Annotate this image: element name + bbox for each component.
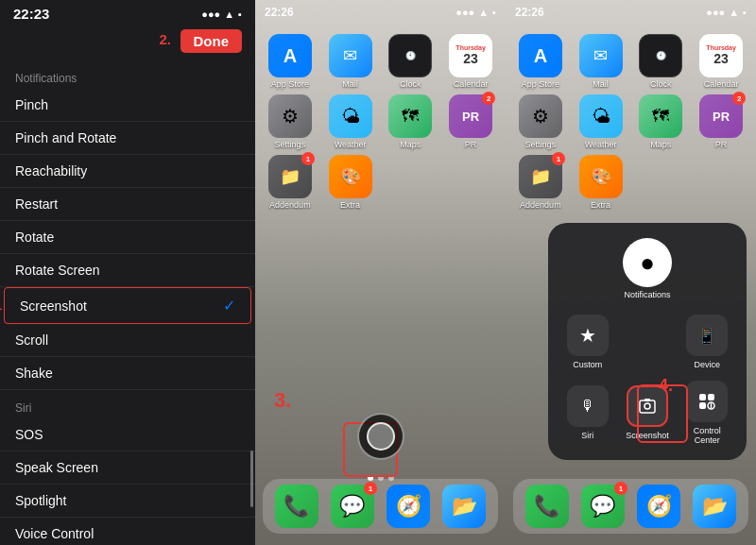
right-messages-badge: 1 <box>614 482 627 495</box>
siri-label: Siri <box>581 431 593 440</box>
right-app-appstore[interactable]: A App Store <box>513 34 568 89</box>
menu-item-pinch-rotate[interactable]: Pinch and Rotate <box>0 122 255 155</box>
step4-label: 4. <box>659 376 673 396</box>
wifi-icon-mid: ▲ <box>478 7 489 18</box>
app-icon-calendar[interactable]: Thursday 23 Calendar <box>443 34 498 89</box>
custom-label: Custom <box>573 360 602 369</box>
right-phone-screen: 22:26 ●●● ▲ ▪ A App Store ✉ Mail <box>506 0 756 545</box>
pr-label: PR <box>465 140 477 149</box>
right-app-clock[interactable]: 🕙 Clock <box>634 34 689 89</box>
addendum-icon: 📁 1 <box>268 155 312 198</box>
addendum-badge: 1 <box>301 152 315 165</box>
weather-label: Weather <box>335 140 367 149</box>
app-icon-mail[interactable]: ✉ Mail <box>323 34 378 89</box>
extra-label: Extra <box>340 200 360 210</box>
menu-item-rotate-screen[interactable]: Rotate Screen <box>0 254 255 287</box>
assistive-touch-button[interactable] <box>357 413 404 460</box>
right-settings-icon: ⚙ <box>519 94 562 138</box>
home-screen-grid: A App Store ✉ Mail 🕙 Clock Thursday <box>255 26 506 217</box>
weather-icon: 🌤 <box>329 94 372 138</box>
right-weather-icon: 🌤 <box>579 94 623 138</box>
menu-item-speak-screen[interactable]: Speak Screen <box>0 451 255 485</box>
at-menu-control-center[interactable]: Control Center <box>683 381 731 445</box>
app-icon-settings[interactable]: ⚙ Settings <box>263 94 318 149</box>
siri-icon: 🎙 <box>567 385 609 427</box>
at-inner-circle <box>367 422 395 451</box>
svg-rect-5 <box>699 402 706 409</box>
device-label: Device <box>695 360 721 369</box>
right-app-calendar[interactable]: Thursday 23 Calendar <box>694 34 748 89</box>
app-icon-clock[interactable]: 🕙 Clock <box>384 34 438 89</box>
at-menu-siri[interactable]: 🎙 Siri <box>563 385 611 440</box>
middle-phone-screen: 22:26 ●●● ▲ ▪ A App Store ✉ Mail <box>255 0 506 545</box>
app-icon-extra[interactable]: 🎨 Extra <box>323 155 378 210</box>
middle-dock: 📞 💬 1 🧭 📂 <box>263 479 498 534</box>
app-icon-appstore[interactable]: A App Store <box>263 34 318 89</box>
messages-badge: 1 <box>364 482 377 495</box>
done-button[interactable]: Done <box>180 29 243 53</box>
menu-item-screenshot[interactable]: Screenshot ✓ <box>4 287 251 324</box>
at-menu-notifications-top: ● Notifications <box>563 238 731 299</box>
menu-item-scroll[interactable]: Scroll <box>0 324 255 357</box>
control-center-label: Control Center <box>683 426 731 445</box>
scrollbar[interactable] <box>250 451 253 507</box>
right-dock-phone[interactable]: 📞 <box>525 485 569 528</box>
middle-phone: 22:26 ●●● ▲ ▪ A App Store ✉ Mail <box>255 0 506 545</box>
right-app-pr[interactable]: PR 2 PR <box>694 94 748 149</box>
menu-item-shake[interactable]: Shake <box>0 357 255 390</box>
clock-icon: 🕙 <box>388 34 432 77</box>
dock-safari[interactable]: 🧭 <box>387 485 430 528</box>
battery-icon: ▪ <box>238 9 242 20</box>
wifi-icon: ▲ <box>224 9 234 20</box>
dock-phone[interactable]: 📞 <box>275 485 318 528</box>
app-icon-addendum[interactable]: 📁 1 Addendum <box>263 155 318 210</box>
extra-icon: 🎨 <box>329 155 372 198</box>
assistive-touch-area <box>357 413 404 460</box>
right-app-weather[interactable]: 🌤 Weather <box>574 94 628 149</box>
right-pr-badge: 2 <box>732 92 746 105</box>
left-settings-panel: 22:23 ●●● ▲ ▪ Done Notifications Pinch P… <box>0 0 255 545</box>
right-dock: 📞 💬 1 🧭 📂 <box>513 479 748 534</box>
right-dock-files[interactable]: 📂 <box>693 485 736 528</box>
right-dock-messages[interactable]: 💬 1 <box>581 485 625 528</box>
at-menu-custom[interactable]: ★ Custom <box>563 315 611 369</box>
dock-files[interactable]: 📂 <box>442 485 486 528</box>
step3-label: 3. <box>274 388 291 413</box>
right-dock-safari[interactable]: 🧭 <box>637 485 680 528</box>
right-home-grid: A App Store ✉ Mail 🕙 Clock Thursday <box>506 26 756 217</box>
right-app-settings[interactable]: ⚙ Settings <box>513 94 568 149</box>
right-app-mail[interactable]: ✉ Mail <box>574 34 628 89</box>
menu-item-rotate[interactable]: Rotate <box>0 221 255 254</box>
right-calendar-icon: Thursday 23 <box>699 34 743 77</box>
appstore-label: App Store <box>271 79 309 89</box>
notifications-top-icon: ● <box>623 238 672 287</box>
menu-item-pinch[interactable]: Pinch <box>0 89 255 122</box>
menu-item-reachability[interactable]: Reachability <box>0 155 255 188</box>
wifi-icon-right: ▲ <box>729 7 739 18</box>
right-maps-icon: 🗺 <box>639 94 682 138</box>
right-phone: 22:26 ●●● ▲ ▪ A App Store ✉ Mail <box>506 0 756 545</box>
menu-item-spotlight[interactable]: Spotlight <box>0 485 255 518</box>
menu-item-restart[interactable]: Restart <box>0 188 255 221</box>
clock-label: Clock <box>400 79 421 89</box>
menu-item-sos[interactable]: SOS <box>0 418 255 451</box>
battery-icon-mid: ▪ <box>492 7 496 18</box>
left-status-bar: 22:23 ●●● ▲ ▪ <box>0 0 255 26</box>
addendum-label: Addendum <box>269 200 311 210</box>
menu-item-voice-control[interactable]: Voice Control <box>0 518 255 545</box>
right-app-addendum[interactable]: 📁 1 Addendum <box>513 155 568 210</box>
at-menu-device[interactable]: 📱 Device <box>683 315 731 369</box>
right-app-maps[interactable]: 🗺 Maps <box>634 94 689 149</box>
settings-label: Settings <box>275 140 306 149</box>
checkmark-icon: ✓ <box>223 297 235 315</box>
app-icon-pr[interactable]: PR 2 PR <box>443 94 498 149</box>
done-header: Done <box>0 26 255 60</box>
calendar-label: Calendar <box>454 79 489 89</box>
section-siri: Siri <box>0 390 255 418</box>
app-icon-maps[interactable]: 🗺 Maps <box>384 94 438 149</box>
left-status-icons: ●●● ▲ ▪ <box>201 9 242 20</box>
dock-messages[interactable]: 💬 1 <box>331 485 374 528</box>
right-app-extra[interactable]: 🎨 Extra <box>574 155 628 210</box>
right-appstore-icon: A <box>519 34 562 77</box>
app-icon-weather[interactable]: 🌤 Weather <box>323 94 378 149</box>
